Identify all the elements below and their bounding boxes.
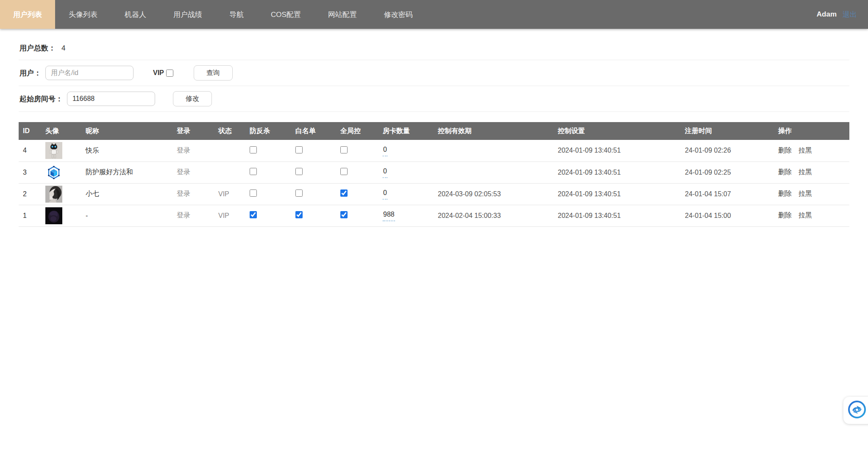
table-row: 1 - 登录 VIP 988 2024-02-04 15:00:33 2024-… — [19, 205, 849, 226]
top-navbar: 用户列表 头像列表 机器人 用户战绩 导航 COS配置 网站配置 修改密码 Ad… — [0, 0, 868, 29]
cell-id: 2 — [19, 183, 42, 205]
nav-tab-user-list[interactable]: 用户列表 — [0, 0, 55, 29]
delete-link[interactable]: 删除 — [778, 147, 792, 154]
vip-filter-label: VIP — [153, 69, 164, 77]
global-control-checkbox[interactable] — [340, 211, 348, 218]
main-content: 用户总数： 4 用户： VIP 查询 起始房间号： 修改 ID 头像 昵称 登录 — [19, 29, 849, 227]
col-header-login: 登录 — [173, 122, 215, 140]
table-row: 4 快乐 登录 0 2024-01-09 13:40:51 24-01-09 0… — [19, 140, 849, 162]
col-header-anti-kill: 防反杀 — [246, 122, 292, 140]
whitelist-checkbox[interactable] — [295, 189, 303, 197]
cell-control-setting: 2024-01-09 13:40:51 — [558, 190, 621, 198]
col-header-global-control: 全局控 — [337, 122, 379, 140]
user-search-label: 用户： — [19, 68, 41, 78]
login-link[interactable]: 登录 — [177, 212, 190, 219]
whitelist-checkbox[interactable] — [295, 211, 303, 218]
global-control-checkbox[interactable] — [340, 168, 348, 175]
cell-control-expiry: 2024-03-09 02:05:53 — [438, 190, 501, 198]
cell-control-setting: 2024-01-09 13:40:51 — [558, 147, 621, 154]
cell-register-time: 24-01-04 15:00 — [685, 212, 731, 219]
cell-nickname: - — [82, 205, 173, 226]
whitelist-checkbox[interactable] — [295, 146, 303, 153]
cell-nickname: 防护服好方法和 — [82, 162, 173, 183]
cell-control-setting: 2024-01-09 13:40:51 — [558, 169, 621, 176]
assistant-float-widget[interactable] — [843, 397, 868, 424]
anti-kill-checkbox[interactable] — [250, 211, 257, 218]
modify-button[interactable]: 修改 — [173, 91, 212, 106]
col-header-room-cards: 房卡数量 — [379, 122, 434, 140]
global-control-checkbox[interactable] — [340, 146, 348, 153]
blacklist-link[interactable]: 拉黑 — [798, 168, 812, 176]
login-link[interactable]: 登录 — [177, 168, 190, 176]
room-cards-editable[interactable]: 0 — [383, 188, 387, 200]
blacklist-link[interactable]: 拉黑 — [798, 190, 812, 197]
table-row: 3 防护服好方法和 登录 0 2024-01-09 13:40:51 24-01… — [19, 162, 849, 183]
col-header-id: ID — [19, 122, 42, 140]
cell-status: VIP — [218, 190, 229, 198]
room-number-input[interactable] — [67, 92, 155, 106]
col-header-control-expiry: 控制有效期 — [434, 122, 554, 140]
anti-kill-checkbox[interactable] — [250, 189, 257, 197]
nav-tab-change-password[interactable]: 修改密码 — [370, 0, 426, 29]
user-search-row: 用户： VIP 查询 — [19, 60, 849, 86]
nav-tab-avatar-list[interactable]: 头像列表 — [55, 0, 111, 29]
delete-link[interactable]: 删除 — [778, 168, 792, 176]
delete-link[interactable]: 删除 — [778, 212, 792, 219]
nav-tab-site-config[interactable]: 网站配置 — [314, 0, 370, 29]
logout-link[interactable]: 退出 — [843, 10, 857, 20]
login-link[interactable]: 登录 — [177, 190, 190, 197]
col-header-whitelist: 白名单 — [292, 122, 337, 140]
cell-register-time: 24-01-04 15:07 — [685, 190, 731, 198]
cell-id: 1 — [19, 205, 42, 226]
login-link[interactable]: 登录 — [177, 147, 190, 154]
table-header-row: ID 头像 昵称 登录 状态 防反杀 白名单 全局控 房卡数量 控制有效期 控制… — [19, 122, 849, 140]
anti-kill-checkbox[interactable] — [250, 146, 257, 153]
nav-tab-user-records[interactable]: 用户战绩 — [160, 0, 216, 29]
nav-tab-robots[interactable]: 机器人 — [111, 0, 160, 29]
vip-filter-checkbox[interactable] — [166, 70, 173, 77]
user-table: ID 头像 昵称 登录 状态 防反杀 白名单 全局控 房卡数量 控制有效期 控制… — [19, 122, 849, 227]
room-number-row: 起始房间号： 修改 — [19, 86, 849, 112]
global-control-checkbox[interactable] — [340, 189, 348, 197]
avatar-dark-anime — [45, 207, 62, 224]
cell-id: 4 — [19, 140, 42, 162]
room-cards-editable[interactable]: 988 — [383, 210, 395, 221]
nav-tab-navigation[interactable]: 导航 — [216, 0, 257, 29]
current-username: Adam — [817, 10, 837, 19]
anti-kill-checkbox[interactable] — [250, 168, 257, 175]
cell-control-expiry: 2024-02-04 15:00:33 — [438, 212, 501, 219]
swirl-logo-icon — [848, 401, 866, 420]
vip-filter: VIP — [153, 69, 173, 77]
cell-id: 3 — [19, 162, 42, 183]
avatar-grayscale-portrait — [45, 186, 62, 203]
cell-status: VIP — [218, 212, 229, 219]
avatar-blue-hexagon-logo — [45, 164, 62, 181]
user-total-label: 用户总数： — [19, 43, 56, 53]
room-cards-editable[interactable]: 0 — [383, 145, 387, 156]
col-header-status: 状态 — [215, 122, 246, 140]
whitelist-checkbox[interactable] — [295, 168, 303, 175]
nav-tabs: 用户列表 头像列表 机器人 用户战绩 导航 COS配置 网站配置 修改密码 — [0, 0, 426, 29]
room-number-label: 起始房间号： — [19, 94, 63, 104]
user-search-input[interactable] — [45, 66, 134, 80]
nav-user-area: Adam 退出 — [817, 0, 868, 29]
blacklist-link[interactable]: 拉黑 — [798, 147, 812, 154]
table-row: 2 小七 登录 VIP 0 2024-03-09 02:05:53 2024-0… — [19, 183, 849, 205]
user-total-row: 用户总数： 4 — [19, 38, 849, 60]
cell-register-time: 24-01-09 02:25 — [685, 169, 731, 176]
col-header-control-setting: 控制设置 — [554, 122, 682, 140]
room-cards-editable[interactable]: 0 — [383, 167, 387, 178]
nav-tab-cos-config[interactable]: COS配置 — [257, 0, 314, 29]
col-header-actions: 操作 — [775, 122, 849, 140]
cell-nickname: 快乐 — [82, 140, 173, 162]
col-header-register-time: 注册时间 — [682, 122, 775, 140]
user-total-value: 4 — [61, 44, 65, 53]
blacklist-link[interactable]: 拉黑 — [798, 212, 812, 219]
search-button[interactable]: 查询 — [194, 65, 233, 81]
col-header-avatar: 头像 — [42, 122, 82, 140]
delete-link[interactable]: 删除 — [778, 190, 792, 197]
cell-nickname: 小七 — [82, 183, 173, 205]
cell-register-time: 24-01-09 02:26 — [685, 147, 731, 154]
col-header-nickname: 昵称 — [82, 122, 173, 140]
cell-control-setting: 2024-01-09 13:40:51 — [558, 212, 621, 219]
